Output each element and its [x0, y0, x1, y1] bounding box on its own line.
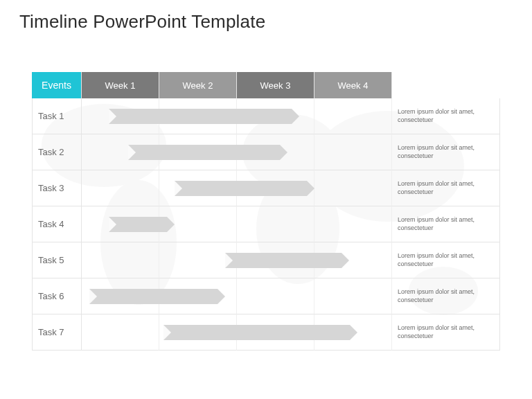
task-label: Task 3 — [32, 170, 82, 206]
header-blank — [392, 72, 500, 98]
grid-cell — [314, 206, 392, 242]
gantt-bar — [225, 253, 342, 268]
grid-cell — [82, 314, 159, 351]
grid-cell — [314, 134, 392, 170]
task-desc: Lorem ipsum dolor sit amet, consectetuer — [392, 242, 500, 278]
grid-cell — [314, 170, 392, 206]
header-events: Events — [32, 72, 82, 98]
task-desc: Lorem ipsum dolor sit amet, consectetuer — [392, 134, 500, 170]
gantt-bar — [109, 109, 291, 124]
slide: Timeline PowerPoint Template Events Week… — [0, 0, 532, 399]
header-week-3: Week 3 — [237, 72, 314, 98]
gantt-grid: Events Week 1 Week 2 Week 3 Week 4 Task … — [32, 72, 500, 351]
grid-cell — [314, 98, 392, 134]
task-label: Task 1 — [32, 98, 82, 134]
page-title: Timeline PowerPoint Template — [19, 11, 265, 33]
gantt-chart: Events Week 1 Week 2 Week 3 Week 4 Task … — [32, 72, 500, 351]
gantt-bar — [163, 325, 350, 340]
task-desc: Lorem ipsum dolor sit amet, consectetuer — [392, 98, 500, 134]
task-label: Task 5 — [32, 242, 82, 278]
task-label: Task 6 — [32, 278, 82, 314]
task-desc: Lorem ipsum dolor sit amet, consectetuer — [392, 170, 500, 206]
task-desc: Lorem ipsum dolor sit amet, consectetuer — [392, 278, 500, 314]
task-desc: Lorem ipsum dolor sit amet, consectetuer — [392, 314, 500, 351]
task-label: Task 7 — [32, 314, 82, 351]
grid-cell — [237, 278, 314, 314]
grid-cell — [82, 170, 159, 206]
gantt-bar — [128, 145, 280, 160]
task-label: Task 2 — [32, 134, 82, 170]
gantt-bar — [109, 217, 167, 232]
task-desc: Lorem ipsum dolor sit amet, consectetuer — [392, 206, 500, 242]
gantt-bar — [175, 181, 307, 196]
grid-cell — [314, 278, 392, 314]
gantt-bar — [89, 289, 218, 304]
header-week-1: Week 1 — [82, 72, 159, 98]
task-label: Task 4 — [32, 206, 82, 242]
header-week-2: Week 2 — [159, 72, 237, 98]
header-week-4: Week 4 — [314, 72, 392, 98]
grid-cell — [237, 206, 314, 242]
grid-cell — [82, 242, 159, 278]
